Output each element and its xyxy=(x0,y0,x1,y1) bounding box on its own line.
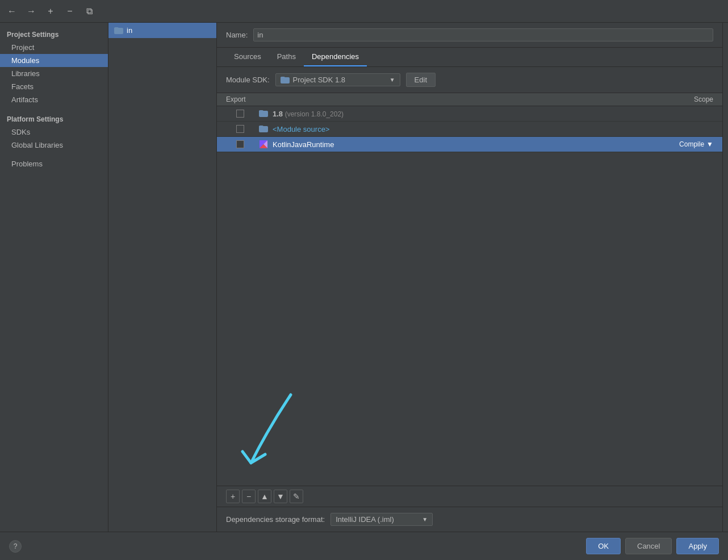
dep-row-kotlin[interactable]: KotlinJavaRuntime Compile ▼ xyxy=(217,137,722,152)
module-item-in[interactable]: in xyxy=(108,23,216,38)
sidebar-item-project[interactable]: Project xyxy=(0,41,108,54)
folder-icon-2 xyxy=(259,126,268,132)
storage-format-arrow-icon: ▼ xyxy=(422,516,428,523)
dep-rows: 1.8 (version 1.8.0_202) xyxy=(217,106,722,372)
project-settings-label: Project Settings xyxy=(0,27,108,41)
dep-name-sdk18-main: 1.8 xyxy=(273,110,283,118)
dep-add-button[interactable]: + xyxy=(226,490,240,503)
sidebar-item-artifacts[interactable]: Artifacts xyxy=(0,93,108,106)
tab-dependencies[interactable]: Dependencies xyxy=(304,48,367,66)
main-layout: Project Settings Project Modules Librari… xyxy=(0,23,728,532)
module-sdk-label: Module SDK: xyxy=(226,76,270,84)
sidebar: Project Settings Project Modules Librari… xyxy=(0,23,108,532)
storage-format-value: IntelliJ IDEA (.iml) xyxy=(336,515,394,524)
name-input[interactable] xyxy=(253,28,713,41)
edit-sdk-button[interactable]: Edit xyxy=(406,73,436,87)
sidebar-item-libraries[interactable]: Libraries xyxy=(0,67,108,80)
remove-button[interactable]: − xyxy=(62,4,77,19)
dependencies-table: Export Scope 1.8 xyxy=(217,93,722,532)
dep-checkbox-kotlin[interactable] xyxy=(236,140,244,148)
sidebar-item-modules[interactable]: Modules xyxy=(0,54,108,67)
dep-name-module-source: <Module source> xyxy=(273,125,652,133)
sdk-select-arrow-icon: ▼ xyxy=(390,77,395,83)
name-label: Name: xyxy=(226,31,248,39)
platform-settings-label: Platform Settings xyxy=(0,112,108,126)
sidebar-item-global-libraries[interactable]: Global Libraries xyxy=(0,139,108,152)
dep-name-module-source-text: <Module source> xyxy=(273,125,329,133)
dep-header-export: Export xyxy=(226,95,266,103)
dep-icon-sdk18 xyxy=(259,109,268,118)
dep-down-button[interactable]: ▼ xyxy=(274,490,287,503)
help-button[interactable]: ? xyxy=(9,540,22,553)
module-item-label: in xyxy=(127,26,132,35)
sdk-value: Project SDK 1.8 xyxy=(293,76,346,84)
name-bar: Name: xyxy=(217,23,722,48)
sidebar-item-facets[interactable]: Facets xyxy=(0,80,108,93)
module-list: in xyxy=(108,23,217,532)
dep-scope-kotlin-value: Compile xyxy=(679,140,704,148)
apply-button[interactable]: Apply xyxy=(676,538,719,554)
dep-name-sdk18: 1.8 (version 1.8.0_202) xyxy=(273,110,652,118)
kotlin-icon xyxy=(260,140,267,148)
back-button[interactable]: ← xyxy=(5,4,19,19)
dep-remove-button[interactable]: − xyxy=(242,490,256,503)
dep-scope-kotlin-arrow: ▼ xyxy=(706,140,713,148)
dep-scope-kotlin[interactable]: Compile ▼ xyxy=(656,140,713,148)
tab-paths[interactable]: Paths xyxy=(269,48,304,66)
dep-edit-button[interactable]: ✎ xyxy=(290,490,303,503)
dep-row-sdk18[interactable]: 1.8 (version 1.8.0_202) xyxy=(217,106,722,122)
toolbar: ← → + − ⧉ xyxy=(0,0,728,23)
folder-icon xyxy=(259,110,268,117)
sdk-row: Module SDK: Project SDK 1.8 ▼ Edit xyxy=(217,67,722,93)
dep-header-scope: Scope xyxy=(656,95,713,103)
tab-sources[interactable]: Sources xyxy=(226,48,269,66)
add-button[interactable]: + xyxy=(43,4,58,19)
module-folder-icon xyxy=(114,27,123,34)
dep-icon-module-source xyxy=(259,124,268,133)
dep-checkbox-module-source[interactable] xyxy=(236,125,244,133)
dep-header: Export Scope xyxy=(217,93,722,106)
dep-checkbox-sdk18[interactable] xyxy=(236,110,244,118)
dep-icon-kotlin xyxy=(259,140,268,149)
storage-format-select[interactable]: IntelliJ IDEA (.iml) ▼ xyxy=(330,513,433,526)
arrow-annotation xyxy=(234,383,348,486)
dep-name-sdk18-version: (version 1.8.0_202) xyxy=(285,110,344,118)
tabs: Sources Paths Dependencies xyxy=(217,48,722,67)
cancel-button[interactable]: Cancel xyxy=(625,538,672,554)
annotation-area xyxy=(217,372,722,486)
sdk-select[interactable]: Project SDK 1.8 ▼ xyxy=(275,73,400,86)
dep-bottom-toolbar: + − ▲ ▼ ✎ xyxy=(217,486,722,507)
scrollbar[interactable] xyxy=(722,23,728,532)
ok-button[interactable]: OK xyxy=(586,538,621,554)
dep-name-kotlin: KotlinJavaRuntime xyxy=(273,140,652,149)
copy-button[interactable]: ⧉ xyxy=(82,4,97,19)
dep-row-module-source[interactable]: <Module source> xyxy=(217,122,722,137)
storage-row: Dependencies storage format: IntelliJ ID… xyxy=(217,507,722,532)
dep-up-button[interactable]: ▲ xyxy=(258,490,271,503)
storage-format-label: Dependencies storage format: xyxy=(226,515,325,524)
dep-header-name xyxy=(266,95,656,103)
sidebar-item-sdks[interactable]: SDKs xyxy=(0,126,108,139)
forward-button[interactable]: → xyxy=(24,4,39,19)
center-panel: in Name: Sources Paths Dependencies Modu… xyxy=(108,23,728,532)
sdk-folder-icon xyxy=(281,77,290,83)
right-panel: Name: Sources Paths Dependencies Module … xyxy=(217,23,722,532)
sidebar-item-problems[interactable]: Problems xyxy=(0,157,108,170)
bottom-bar: ? OK Cancel Apply xyxy=(0,532,728,560)
